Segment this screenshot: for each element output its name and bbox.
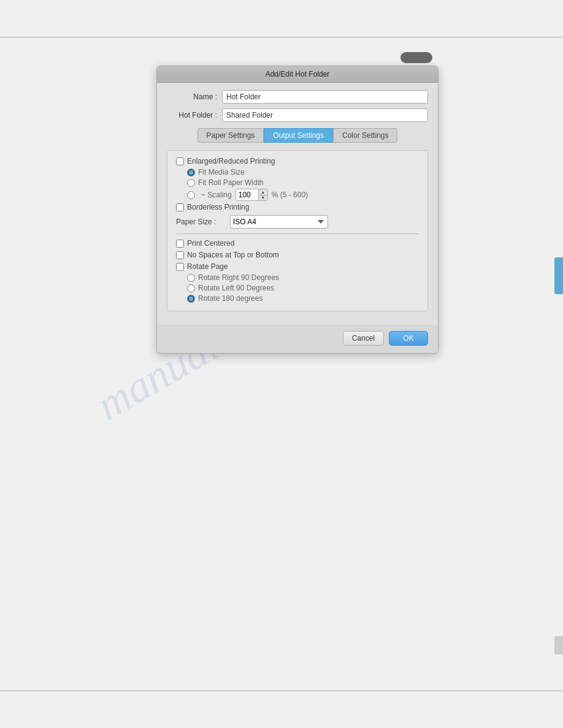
print-centered-checkbox[interactable] <box>176 240 184 248</box>
enlarged-reduced-row: Enlarged/Reduced Printing <box>176 157 419 165</box>
rotate-right-radio[interactable] <box>187 274 195 282</box>
print-centered-row: Print Centered <box>176 239 419 248</box>
dialog-content: Name : Hot Folder : Paper Settings Outpu… <box>157 83 438 325</box>
rotate-left-radio[interactable] <box>187 284 195 292</box>
output-settings-section: Enlarged/Reduced Printing Fit Media Size… <box>167 150 428 311</box>
borderless-checkbox[interactable] <box>176 203 184 211</box>
borderless-label[interactable]: Borderless Printing <box>176 203 249 211</box>
enlarged-reduced-checkbox[interactable] <box>176 157 184 165</box>
dialog-title: Add/Edit Hot Folder <box>157 66 438 83</box>
scaling-number-input[interactable] <box>236 189 258 200</box>
hot-folder-field-row: Hot Folder : <box>167 108 428 122</box>
right-tab-gray <box>554 636 563 654</box>
dialog-wrapper: Add/Edit Hot Folder Name : Hot Folder : … <box>156 52 439 354</box>
name-label: Name : <box>167 93 222 101</box>
dialog: Add/Edit Hot Folder Name : Hot Folder : … <box>156 66 439 354</box>
right-tab-blue <box>554 257 563 294</box>
page-border-top <box>0 37 563 37</box>
scaling-row: ~ Scaling ▲ ▼ % (5 - 600) <box>176 189 419 201</box>
rotate-right-row: Rotate Right 90 Degrees <box>176 273 419 282</box>
name-input[interactable] <box>222 90 428 104</box>
hot-folder-input[interactable] <box>222 108 428 122</box>
paper-size-select[interactable]: ISO A4 <box>230 215 328 229</box>
rotate-page-row: Rotate Page <box>176 262 419 271</box>
tabs-row: Paper Settings Output Settings Color Set… <box>167 128 428 143</box>
tab-color-settings[interactable]: Color Settings <box>333 128 397 143</box>
rotate-180-radio[interactable] <box>187 295 195 303</box>
rotate-left-row: Rotate Left 90 Degrees <box>176 284 419 292</box>
scaling-spinner: ▲ ▼ <box>258 189 267 200</box>
hot-folder-label: Hot Folder : <box>167 111 222 119</box>
tab-paper-settings[interactable]: Paper Settings <box>197 128 264 143</box>
scaling-radio[interactable] <box>187 191 195 199</box>
scaling-range: % (5 - 600) <box>272 191 308 199</box>
tab-output-settings[interactable]: Output Settings <box>264 128 333 143</box>
paper-size-label: Paper Size : <box>176 218 225 226</box>
cancel-button[interactable]: Cancel <box>343 331 384 346</box>
divider <box>176 233 419 234</box>
fit-roll-row: Fit Roll Paper Width <box>176 178 419 187</box>
fit-media-radio[interactable] <box>187 169 195 176</box>
scaling-label: ~ Scaling <box>201 191 232 199</box>
scaling-down-btn[interactable]: ▼ <box>259 195 267 201</box>
fit-roll-radio[interactable] <box>187 179 195 187</box>
no-spaces-row: No Spaces at Top or Bottom <box>176 251 419 259</box>
dialog-footer: Cancel OK <box>157 325 438 353</box>
borderless-row: Borderless Printing <box>176 203 419 211</box>
page-border-bottom <box>0 691 563 691</box>
enlarged-reduced-label[interactable]: Enlarged/Reduced Printing <box>176 157 275 165</box>
scaling-input-wrap: ▲ ▼ <box>236 189 268 201</box>
ok-button[interactable]: OK <box>389 331 428 346</box>
rotate-page-checkbox[interactable] <box>176 263 184 271</box>
no-spaces-checkbox[interactable] <box>176 251 184 259</box>
paper-size-row: Paper Size : ISO A4 <box>176 215 419 229</box>
name-field-row: Name : <box>167 90 428 104</box>
dialog-top-bar <box>156 52 439 63</box>
fit-media-row: Fit Media Size <box>176 168 419 176</box>
dialog-toggle[interactable] <box>400 52 432 63</box>
rotate-180-row: Rotate 180 degrees <box>176 294 419 303</box>
scaling-up-btn[interactable]: ▲ <box>259 189 267 195</box>
